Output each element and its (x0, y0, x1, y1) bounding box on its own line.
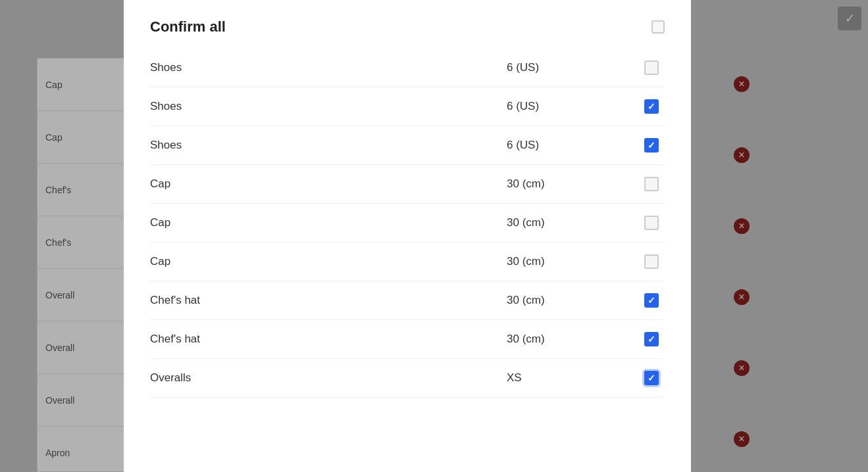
item-name: Cap (150, 177, 507, 191)
item-size: 30 (cm) (507, 333, 638, 346)
item-row: Cap30 (cm) (150, 243, 665, 281)
item-row: Chef's hat30 (cm) (150, 320, 665, 359)
modal-title: Confirm all (150, 18, 226, 35)
item-size: 6 (US) (507, 139, 638, 152)
item-name: Shoes (150, 100, 507, 113)
item-size: 30 (cm) (507, 294, 638, 307)
item-size: 30 (cm) (507, 216, 638, 229)
checkbox-indicator (644, 138, 659, 153)
item-name: Shoes (150, 61, 507, 74)
item-checkbox[interactable] (638, 138, 665, 153)
item-size: 6 (US) (507, 100, 638, 113)
item-size: 30 (cm) (507, 255, 638, 268)
item-row: Cap30 (cm) (150, 204, 665, 243)
item-row: OverallsXS (150, 359, 665, 398)
item-name: Overalls (150, 371, 507, 385)
item-row: Chef's hat30 (cm) (150, 281, 665, 320)
items-list: Shoes6 (US)Shoes6 (US)Shoes6 (US)Cap30 (… (150, 49, 665, 398)
item-checkbox[interactable] (638, 332, 665, 346)
item-checkbox[interactable] (638, 177, 665, 191)
checkbox-indicator (644, 99, 659, 114)
checkbox-indicator (644, 177, 659, 191)
checkbox-indicator (644, 293, 659, 308)
item-checkbox[interactable] (638, 293, 665, 308)
checkbox-indicator (644, 216, 659, 230)
item-checkbox[interactable] (638, 99, 665, 114)
item-size: 6 (US) (507, 61, 638, 74)
item-size: 30 (cm) (507, 177, 638, 191)
confirm-all-checkbox[interactable] (651, 20, 665, 34)
modal-header: Confirm all (150, 13, 665, 49)
item-row: Shoes6 (US) (150, 49, 665, 87)
item-name: Chef's hat (150, 294, 507, 307)
item-row: Cap30 (cm) (150, 165, 665, 204)
item-name: Cap (150, 216, 507, 229)
confirm-modal: Confirm all Shoes6 (US)Shoes6 (US)Shoes6… (124, 0, 691, 472)
item-row: Shoes6 (US) (150, 126, 665, 165)
item-name: Cap (150, 255, 507, 268)
checkbox-indicator (644, 60, 659, 75)
checkbox-indicator (644, 371, 659, 385)
item-checkbox[interactable] (638, 60, 665, 75)
item-checkbox[interactable] (638, 216, 665, 230)
item-row: Shoes6 (US) (150, 87, 665, 126)
item-checkbox[interactable] (638, 254, 665, 269)
checkbox-indicator (644, 254, 659, 269)
item-name: Chef's hat (150, 333, 507, 346)
checkbox-indicator (644, 332, 659, 346)
item-size: XS (507, 371, 638, 385)
item-name: Shoes (150, 139, 507, 152)
item-checkbox[interactable] (638, 371, 665, 385)
